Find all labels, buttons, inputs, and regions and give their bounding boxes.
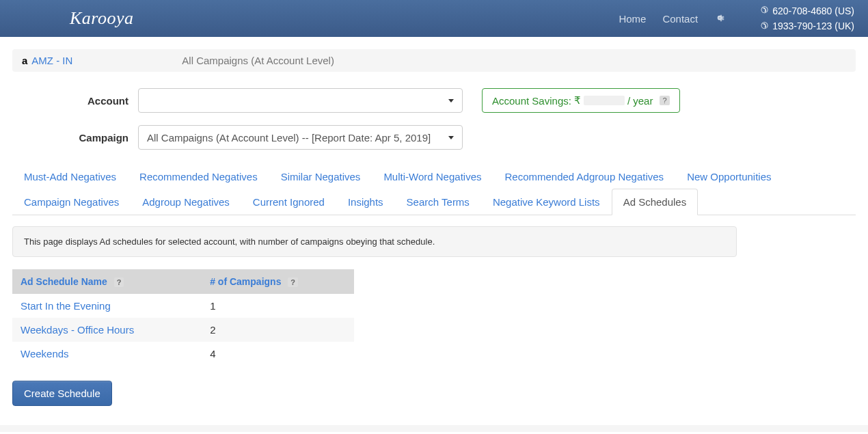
- col-schedule-name[interactable]: Ad Schedule Name ?: [12, 269, 202, 294]
- savings-help-icon[interactable]: ?: [660, 96, 669, 105]
- tab-insights[interactable]: Insights: [336, 189, 395, 215]
- tab-current-ignored[interactable]: Current Ignored: [241, 189, 336, 215]
- account-dropdown[interactable]: [138, 88, 463, 113]
- schedule-name-link[interactable]: Start In the Evening: [12, 294, 202, 318]
- col-campaign-count[interactable]: # of Campaigns ?: [202, 269, 354, 294]
- nav-contact[interactable]: Contact: [662, 13, 698, 25]
- savings-label: Account Savings:: [492, 95, 571, 107]
- breadcrumb: a AMZ - IN All Campaigns (At Account Lev…: [12, 49, 856, 72]
- schedule-name-link[interactable]: Weekdays - Office Hours: [12, 318, 202, 342]
- tabs: Must-Add NegativesRecommended NegativesS…: [12, 163, 856, 215]
- phone-icon: ✆: [761, 19, 768, 33]
- tab-recommended-adgroup-negatives[interactable]: Recommended Adgroup Negatives: [493, 163, 675, 189]
- savings-box: Account Savings: ₹ / year ?: [482, 88, 680, 113]
- gear-icon[interactable]: [714, 12, 725, 25]
- schedule-name-link[interactable]: Weekends: [12, 342, 202, 366]
- campaign-dropdown[interactable]: All Campaigns (At Account Level) -- [Rep…: [138, 125, 463, 150]
- tab-similar-negatives[interactable]: Similar Negatives: [269, 163, 372, 189]
- tab-ad-schedules[interactable]: Ad Schedules: [612, 189, 699, 215]
- schedule-table: Ad Schedule Name ? # of Campaigns ? Star…: [12, 269, 354, 366]
- logo: Karooya: [70, 8, 134, 29]
- breadcrumb-account-link[interactable]: AMZ - IN: [31, 55, 72, 66]
- table-row: Start In the Evening1: [12, 294, 354, 318]
- phone-icon: ✆: [761, 3, 768, 18]
- breadcrumb-campaign: All Campaigns (At Account Level): [182, 55, 334, 66]
- schedule-table-wrap: Ad Schedule Name ? # of Campaigns ? Star…: [12, 269, 354, 366]
- nav-home[interactable]: Home: [619, 13, 646, 25]
- chevron-down-icon: [448, 99, 454, 103]
- selectors: Account Account Savings: ₹ / year ? Camp…: [12, 88, 856, 150]
- tab-recommended-negatives[interactable]: Recommended Negatives: [128, 163, 269, 189]
- tab-multi-word-negatives[interactable]: Multi-Word Negatives: [372, 163, 493, 189]
- tab-campaign-negatives[interactable]: Campaign Negatives: [12, 189, 131, 215]
- savings-amount: [584, 96, 625, 105]
- savings-currency: ₹: [574, 94, 581, 107]
- phone-block: ✆ 620-708-4680 (US) ✆ 1933-790-123 (UK): [761, 3, 854, 34]
- info-box: This page displays Ad schedules for sele…: [12, 226, 737, 257]
- campaign-label: Campaign: [53, 132, 128, 144]
- savings-suffix: / year: [627, 95, 653, 107]
- campaign-count: 2: [202, 318, 354, 342]
- table-row: Weekdays - Office Hours2: [12, 318, 354, 342]
- tab-new-opportunities[interactable]: New Opportunities: [675, 163, 783, 189]
- chevron-down-icon: [448, 136, 454, 139]
- help-icon[interactable]: ?: [114, 277, 124, 287]
- tab-negative-keyword-lists[interactable]: Negative Keyword Lists: [481, 189, 612, 215]
- phone-uk: 1933-790-123 (UK): [772, 18, 854, 33]
- navbar: Karooya Home Contact ✆ 620-708-4680 (US)…: [0, 0, 868, 37]
- campaign-count: 1: [202, 294, 354, 318]
- amazon-logo-icon: a: [22, 55, 27, 66]
- campaign-dropdown-value: All Campaigns (At Account Level) -- [Rep…: [147, 132, 431, 144]
- tab-must-add-negatives[interactable]: Must-Add Negatives: [12, 163, 128, 189]
- table-row: Weekends4: [12, 342, 354, 366]
- campaign-count: 4: [202, 342, 354, 366]
- tab-adgroup-negatives[interactable]: Adgroup Negatives: [131, 189, 241, 215]
- help-icon[interactable]: ?: [288, 277, 298, 287]
- account-label: Account: [53, 95, 128, 107]
- tab-search-terms[interactable]: Search Terms: [395, 189, 481, 215]
- create-schedule-button[interactable]: Create Schedule: [12, 381, 112, 406]
- phone-us: 620-708-4680 (US): [772, 3, 854, 18]
- footer: [0, 425, 868, 432]
